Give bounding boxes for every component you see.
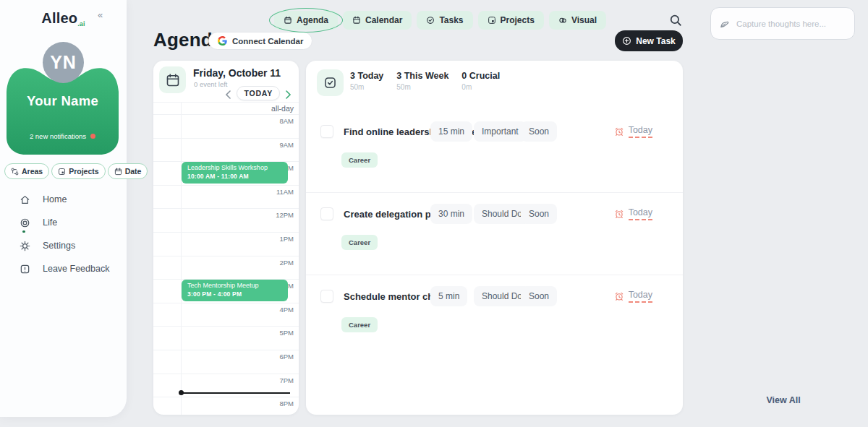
calendar-event[interactable]: Leadership Skills Workshop 10:00 AM - 11… xyxy=(182,162,288,184)
notifications-link[interactable]: 2 new notifications xyxy=(7,132,119,140)
nav-tab[interactable]: Visual xyxy=(549,11,606,30)
menu-item-label: Life xyxy=(43,217,57,228)
sidebar-collapse-icon[interactable]: « xyxy=(98,9,103,20)
current-time-dot[interactable] xyxy=(179,390,184,395)
notification-dot-icon xyxy=(90,134,95,139)
filter-pill-label: Areas xyxy=(22,167,43,176)
next-day-icon[interactable] xyxy=(285,89,292,98)
time-slot-row[interactable]: 8PM xyxy=(153,397,299,415)
task-urgency-chip[interactable]: Soon xyxy=(521,286,557,306)
stat-block: 3 This Week 50m xyxy=(396,71,448,91)
nav-tab-label: Calendar xyxy=(365,15,402,25)
visual-icon xyxy=(558,16,567,25)
capture-thoughts-box xyxy=(710,7,855,40)
time-slot-row[interactable]: 6PM xyxy=(153,350,299,374)
task-checkbox[interactable] xyxy=(320,207,333,220)
prev-day-icon[interactable] xyxy=(225,89,231,98)
alarm-icon xyxy=(614,291,624,301)
nav-tab-label: Agenda xyxy=(297,15,328,25)
task-duration-chip[interactable]: 30 min xyxy=(430,204,472,224)
settings-icon xyxy=(20,241,30,251)
nav-tab[interactable]: Agenda xyxy=(274,11,338,30)
logo-suffix: .ai xyxy=(77,20,85,27)
nav-tab-label: Visual xyxy=(571,15,597,25)
stats-items: 3 Today 50m 3 This Week 50m 0 Crucial 0m xyxy=(350,69,513,91)
calendar-panel: Friday, October 11 0 event left TODAY al… xyxy=(153,61,299,415)
search-icon[interactable] xyxy=(669,14,682,27)
current-time-line xyxy=(181,392,290,394)
time-label: 7PM xyxy=(279,374,299,384)
nav-tab[interactable]: Calendar xyxy=(343,11,412,30)
task-urgency-chip[interactable]: Soon xyxy=(521,121,557,142)
time-slot-row[interactable]: 11AM xyxy=(153,185,299,209)
time-label: 5PM xyxy=(279,327,299,337)
projects-icon xyxy=(58,168,66,176)
stat-block: 3 Today 50m xyxy=(350,71,383,91)
filter-pill-label: Projects xyxy=(69,167,98,176)
google-icon xyxy=(218,36,227,46)
app-root: Alleo.ai « YN Your Name 2 new notificati… xyxy=(0,0,868,427)
sidebar-menu-item[interactable]: Home xyxy=(0,188,127,211)
calendar-events-left: 0 event left xyxy=(194,80,227,88)
task-row: Find online leadership course 15 min Imp… xyxy=(306,111,683,193)
sidebar-menu-item[interactable]: Settings xyxy=(0,234,127,257)
task-main-row: Create delegation plan 30 min Should Do … xyxy=(320,204,665,223)
task-duration-chip[interactable]: 15 min xyxy=(430,121,472,142)
time-slot-row[interactable]: 4PM xyxy=(153,303,299,327)
sidebar-menu-item[interactable]: Leave Feedback xyxy=(0,257,127,280)
nav-tab[interactable]: Projects xyxy=(478,11,544,30)
notifications-text: 2 new notifications xyxy=(30,132,86,140)
avatar[interactable]: YN xyxy=(43,42,84,83)
time-label: 11AM xyxy=(276,186,299,196)
capture-thoughts-input[interactable] xyxy=(736,20,846,28)
time-slot-row[interactable]: 9AM xyxy=(153,138,299,162)
task-checkbox[interactable] xyxy=(320,290,333,303)
time-slot-row[interactable]: 1PM xyxy=(153,232,299,256)
task-priority-chip[interactable]: Important xyxy=(474,121,527,142)
new-task-button[interactable]: New Task xyxy=(615,30,683,51)
time-slot-row[interactable]: 5PM xyxy=(153,326,299,350)
new-task-label: New Task xyxy=(636,36,675,46)
task-tag[interactable]: Career xyxy=(341,317,378,332)
task-main-row: Find online leadership course 15 min Imp… xyxy=(320,122,665,141)
nav-tab[interactable]: Tasks xyxy=(417,11,472,30)
filter-pill[interactable]: Areas xyxy=(4,163,49,179)
filter-pill[interactable]: Projects xyxy=(51,163,105,179)
sidebar: Alleo.ai « YN Your Name 2 new notificati… xyxy=(0,0,127,417)
task-due-label: Today xyxy=(629,207,652,220)
task-duration-chip[interactable]: 5 min xyxy=(430,286,467,306)
time-slot-row[interactable]: 8AM xyxy=(153,114,299,138)
time-slot-row[interactable]: 12PM xyxy=(153,208,299,232)
app-logo[interactable]: Alleo.ai xyxy=(0,10,127,27)
task-due[interactable]: Today xyxy=(614,125,652,138)
task-urgency-chip[interactable]: Soon xyxy=(521,204,557,224)
task-tag[interactable]: Career xyxy=(341,235,378,250)
calendar-date-title: Friday, October 11 xyxy=(193,67,281,79)
task-tag[interactable]: Career xyxy=(341,152,378,168)
menu-item-label: Settings xyxy=(43,241,75,251)
agenda-icon xyxy=(284,16,292,25)
time-slot-row[interactable]: 2PM xyxy=(153,256,299,280)
stat-duration: 50m xyxy=(350,83,383,91)
task-list: Find online leadership course 15 min Imp… xyxy=(306,111,683,357)
date-icon xyxy=(114,168,122,176)
calendar-header-icon xyxy=(159,66,186,93)
view-all-link[interactable]: View All xyxy=(752,395,814,405)
time-label: 2PM xyxy=(279,256,299,267)
task-checkbox[interactable] xyxy=(320,125,333,138)
all-day-row[interactable]: all-day xyxy=(153,102,299,114)
today-button[interactable]: TODAY xyxy=(237,86,280,100)
nav-tab-label: Projects xyxy=(501,15,535,25)
task-due[interactable]: Today xyxy=(614,290,652,303)
time-column-divider xyxy=(181,102,182,415)
connect-calendar-button[interactable]: Connect Calendar xyxy=(208,32,312,50)
task-title: Schedule mentor chat xyxy=(344,291,442,302)
time-rows: 8AM 9AM 10AM 11AM 12PM xyxy=(153,114,299,415)
filter-pill[interactable]: Date xyxy=(108,163,148,179)
areas-icon xyxy=(11,168,19,176)
task-due[interactable]: Today xyxy=(614,207,652,220)
sidebar-menu-item[interactable]: Life xyxy=(0,211,127,234)
sidebar-menu: Home Life Settings Leave Feed xyxy=(0,188,127,280)
life-icon xyxy=(20,217,30,228)
calendar-event[interactable]: Tech Mentorship Meetup 3:00 PM - 4:00 PM xyxy=(182,280,288,301)
